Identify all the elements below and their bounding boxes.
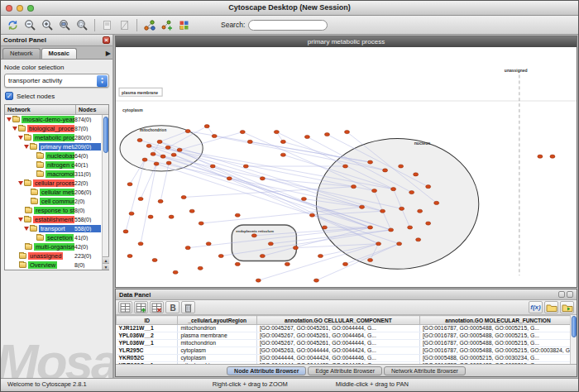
search-input[interactable] <box>248 20 328 31</box>
network-node[interactable] <box>368 226 373 229</box>
network-node[interactable] <box>198 266 203 270</box>
tree-row-macromolecule[interactable]: macromolecule311(0) <box>5 170 108 179</box>
table-cell[interactable]: plasma membrane <box>178 332 257 340</box>
network-node[interactable] <box>235 262 240 265</box>
node-color-select[interactable]: transporter activity <box>4 74 109 88</box>
tree-row-multi-organism-proc[interactable]: multi-organism proc42(0) <box>5 242 108 251</box>
network-node[interactable] <box>368 160 373 164</box>
table-cell[interactable]: [GO:0045267, GO:0045261, GO:0044444, G..… <box>256 340 419 347</box>
select-attributes-button[interactable] <box>118 301 132 313</box>
column-header--cellularlayoutregion[interactable]: _cellularLayoutRegion <box>178 316 257 325</box>
column-header-annotation-go-molecular-function[interactable]: annotation.GO MOLECULAR_FUNCTION <box>419 316 576 325</box>
table-cell[interactable]: YPL036W__1 <box>117 340 178 347</box>
scroll-up-icon[interactable]: ▲ <box>103 256 109 263</box>
network-node[interactable] <box>418 209 423 213</box>
network-node[interactable] <box>268 242 273 246</box>
network-node[interactable] <box>414 173 419 176</box>
expand-toggle-icon[interactable] <box>24 227 29 231</box>
new-network-icon[interactable] <box>158 17 175 33</box>
network-node[interactable] <box>344 131 349 134</box>
network-node[interactable] <box>389 228 394 232</box>
import-attributes-button[interactable] <box>544 301 558 313</box>
network-node[interactable] <box>171 153 176 156</box>
table-cell[interactable]: [GO:0005488, GO:0005215, GO:0030234, G..… <box>419 355 576 362</box>
float-panel-icon[interactable] <box>558 291 565 298</box>
network-node[interactable] <box>391 188 396 191</box>
table-scrollbar[interactable] <box>570 315 577 364</box>
network-node[interactable] <box>206 242 211 246</box>
network-node[interactable] <box>138 197 143 200</box>
network-node[interactable] <box>352 185 356 189</box>
network-node[interactable] <box>408 226 413 229</box>
zoom-fit-icon[interactable] <box>74 17 91 33</box>
show-graphics-details-icon[interactable] <box>98 17 116 33</box>
layout-refresh-icon[interactable] <box>4 17 22 33</box>
export-attributes-button[interactable] <box>560 301 574 313</box>
table-cell[interactable]: YPL036W__2 <box>117 332 178 340</box>
table-row[interactable]: YJR121W__1mitochondrion[GO:0045267, GO:0… <box>117 325 577 332</box>
table-cell[interactable]: [GO:0016787, GO:0005488, GO:0005215, G..… <box>419 340 576 347</box>
network-node[interactable] <box>372 189 377 193</box>
table-cell[interactable]: [GO:0016787, GO:0005488, GO:0005215, G..… <box>419 325 576 332</box>
network-node[interactable] <box>322 226 327 229</box>
network-node[interactable] <box>152 258 157 261</box>
network-node[interactable] <box>397 242 402 246</box>
hide-graphics-details-icon[interactable] <box>116 17 133 33</box>
network-node[interactable] <box>123 230 128 233</box>
delete-attribute-button[interactable] <box>150 301 164 313</box>
table-cell[interactable]: mitochondrion <box>178 325 257 332</box>
table-cell[interactable]: [GO:0045267, GO:0045261, GO:0044444, G..… <box>256 325 419 332</box>
expand-toggle-icon[interactable] <box>18 181 23 185</box>
network-node[interactable] <box>146 144 151 147</box>
scrollbar-thumb[interactable] <box>572 316 577 337</box>
network-node[interactable] <box>538 155 543 158</box>
expand-toggle-icon[interactable] <box>7 117 12 122</box>
attribute-mode-button[interactable]: B <box>165 301 179 313</box>
network-node[interactable] <box>434 201 439 204</box>
table-cell[interactable]: YDR039C__1 <box>117 362 178 365</box>
tab-node-attribute-browser[interactable]: Node Attribute Browser <box>227 366 306 375</box>
tab-scroll-right-icon[interactable] <box>106 50 111 57</box>
network-node[interactable] <box>416 238 421 241</box>
network-node[interactable] <box>243 165 248 168</box>
network-node[interactable] <box>313 279 318 282</box>
network-node[interactable] <box>160 155 165 158</box>
network-node[interactable] <box>227 177 232 180</box>
tree-scrollbar[interactable]: ▲ ▼ <box>102 115 108 270</box>
network-node[interactable] <box>550 155 555 158</box>
network-node[interactable] <box>426 222 431 225</box>
network-node[interactable] <box>280 140 285 143</box>
network-node[interactable] <box>235 213 240 217</box>
scrollbar-thumb[interactable] <box>103 117 108 153</box>
network-node[interactable] <box>142 158 147 161</box>
title-bar[interactable]: Cytoscape Desktop (New Session) <box>1 1 578 16</box>
table-cell[interactable]: mitochondrion <box>178 362 257 365</box>
network-node[interactable] <box>127 183 132 186</box>
network-node[interactable] <box>409 191 414 194</box>
network-frame-title[interactable]: primary metabolic process <box>116 36 577 47</box>
network-node[interactable] <box>342 165 347 168</box>
delete-row-button[interactable] <box>181 301 195 313</box>
table-row[interactable]: YKR052Ccytoplasm[GO:0044444, GO:0044424,… <box>117 355 577 362</box>
expand-toggle-icon[interactable] <box>24 145 29 149</box>
expand-toggle-icon[interactable] <box>12 127 17 131</box>
network-node[interactable] <box>137 138 142 141</box>
network-node[interactable] <box>247 140 252 143</box>
network-node[interactable] <box>309 213 314 217</box>
network-node[interactable] <box>218 254 223 257</box>
tree-row-nucleobase-nucleo[interactable]: nucleobase, nucleo64(0) <box>5 151 108 160</box>
tree-row-unassigned[interactable]: unassigned223(0) <box>5 251 108 261</box>
dock-panel-icon[interactable] <box>567 291 573 298</box>
network-node[interactable] <box>318 254 323 257</box>
tree-row-transport[interactable]: transport558(0) <box>5 224 108 233</box>
control-panel-tab-network[interactable]: Network <box>2 48 41 59</box>
table-cell[interactable]: [GO:0016787, GO:0005488, GO:0005215, GO:… <box>419 347 576 355</box>
network-node[interactable] <box>185 246 190 250</box>
tree-row-mosaic-demo-yeast[interactable]: mosaic-demo-yeast874(0) <box>5 115 108 124</box>
table-cell[interactable]: cytoplasm <box>178 347 257 355</box>
network-node[interactable] <box>240 131 245 134</box>
network-graph[interactable]: plasma membranecytoplasmmitochondrionnuc… <box>116 47 577 287</box>
network-node[interactable] <box>157 140 162 143</box>
scroll-down-icon[interactable]: ▼ <box>103 263 109 270</box>
tree-column-network[interactable]: Network <box>5 105 76 114</box>
